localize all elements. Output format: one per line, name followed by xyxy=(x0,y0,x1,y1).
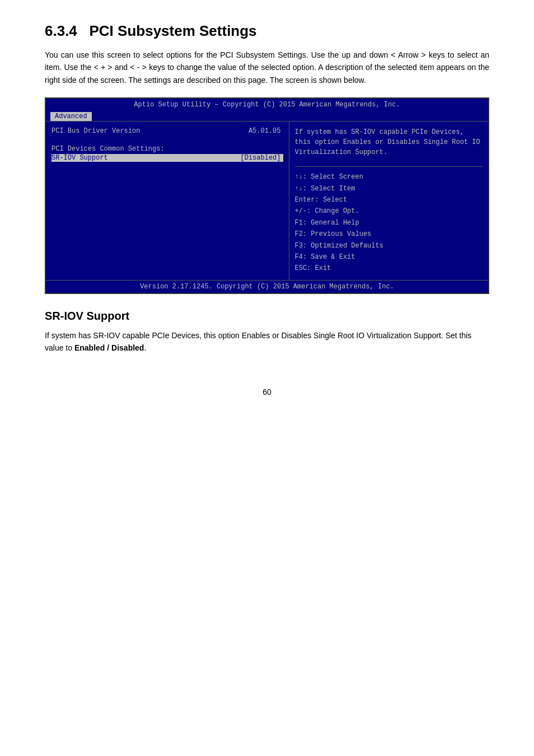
key-f4: F4: Save & Exit xyxy=(295,251,483,263)
bios-footer: Version 2.17.1245. Copyright (C) 2015 Am… xyxy=(46,280,488,293)
subsection-text: If system has SR-IOV capable PCIe Device… xyxy=(45,329,489,354)
subsection-text-after: . xyxy=(144,343,146,352)
sr-iov-value: [Disabled] xyxy=(240,154,280,162)
sr-iov-label: SR-IOV Support xyxy=(51,154,108,162)
bios-tab-advanced: Advanced xyxy=(50,112,92,121)
page-number: 60 xyxy=(45,388,489,396)
bios-tab-bar: Advanced xyxy=(46,111,488,121)
key-select-screen: ↑↓: Select Screen xyxy=(295,171,483,183)
bios-screen: Aptio Setup Utility – Copyright (C) 2015… xyxy=(45,97,489,294)
bios-keys: ↑↓: Select Screen ↑↓: Select Item Enter:… xyxy=(295,171,483,274)
bios-header: Aptio Setup Utility – Copyright (C) 2015… xyxy=(46,99,488,111)
bios-row-sr-iov: SR-IOV Support [Disabled] xyxy=(51,154,283,162)
section-intro: You can use this screen to select option… xyxy=(45,49,489,86)
bios-right-panel: If system has SR-IOV capable PCIe Device… xyxy=(289,122,489,280)
bios-help-text: If system has SR-IOV capable PCIe Device… xyxy=(295,127,483,157)
section-title: 6.3.4 PCI Subsystem Settings xyxy=(45,22,489,40)
key-f1: F1: General Help xyxy=(295,217,483,228)
key-enter-select: Enter: Select xyxy=(295,194,483,206)
key-f3: F3: Optimized Defaults xyxy=(295,240,483,251)
pci-bus-driver-label: PCI Bus Driver Version xyxy=(51,127,140,135)
key-esc: ESC: Exit xyxy=(295,263,483,274)
bios-left-panel: PCI Bus Driver Version A5.01.05 PCI Devi… xyxy=(46,122,289,280)
bios-row-pci-bus-driver: PCI Bus Driver Version A5.01.05 xyxy=(51,127,283,135)
key-f2: F2: Previous Values xyxy=(295,228,483,240)
pci-bus-driver-value: A5.01.05 xyxy=(249,127,281,135)
subsection-title: SR-IOV Support xyxy=(45,310,489,323)
bios-divider xyxy=(295,166,483,167)
bios-body: PCI Bus Driver Version A5.01.05 PCI Devi… xyxy=(46,121,488,280)
subsection-text-bold: Enabled / Disabled xyxy=(74,343,144,352)
key-select-item: ↑↓: Select Item xyxy=(295,183,483,194)
key-change-opt: +/-: Change Opt. xyxy=(295,206,483,217)
pci-devices-common-label: PCI Devices Common Settings: xyxy=(51,145,283,153)
